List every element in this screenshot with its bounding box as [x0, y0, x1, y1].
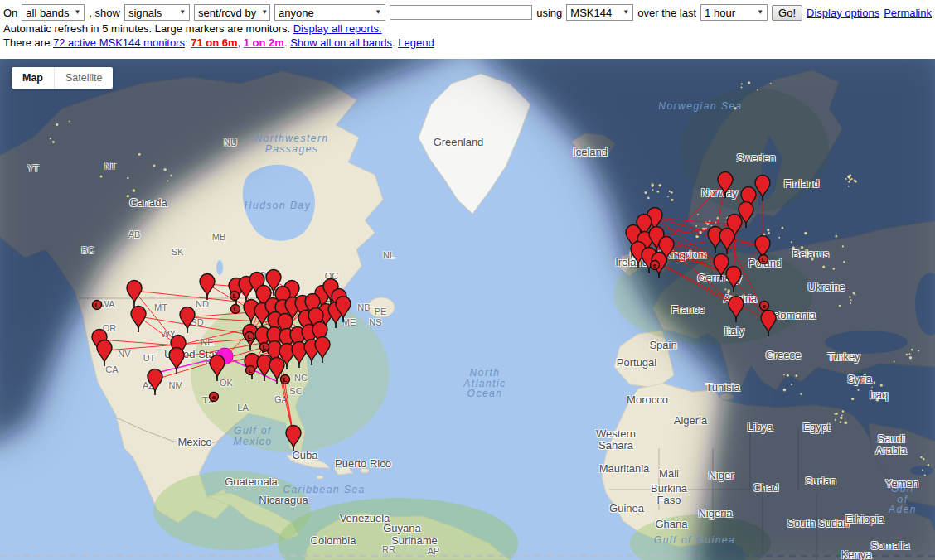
- svg-text:L: L: [233, 292, 237, 300]
- report-marker[interactable]: e: [210, 393, 219, 402]
- on-label: On: [3, 7, 17, 19]
- go-button[interactable]: Go!: [772, 5, 802, 21]
- band-select[interactable]: all bands▼: [22, 4, 85, 21]
- svg-text:L: L: [95, 302, 99, 309]
- show-label: , show: [89, 7, 120, 19]
- report-marker[interactable]: L: [281, 375, 290, 384]
- permalink-link[interactable]: Permalink: [884, 7, 932, 19]
- show-mode-select[interactable]: signals▼: [124, 4, 190, 21]
- svg-text:L: L: [234, 306, 238, 313]
- chevron-down-icon: ▼: [757, 9, 763, 16]
- mode-select[interactable]: MSK144▼: [566, 4, 633, 21]
- report-marker[interactable]: L: [230, 292, 240, 301]
- chevron-down-icon: ▼: [375, 9, 381, 16]
- timespan-select[interactable]: 1 hour▼: [700, 4, 768, 21]
- island-puerto-rico: [361, 469, 369, 473]
- show-all-bands-link[interactable]: Show all on all bands: [290, 36, 392, 49]
- svg-text:L: L: [248, 333, 252, 340]
- report-marker[interactable]: e: [651, 261, 660, 270]
- report-marker[interactable]: L: [93, 301, 102, 310]
- using-label: using: [536, 7, 562, 19]
- over-last-label: over the last: [637, 7, 696, 19]
- report-marker[interactable]: L: [231, 305, 240, 314]
- refresh-status-text: Automatic refresh in 5 minutes. Large ma…: [3, 22, 293, 35]
- report-marker[interactable]: L: [260, 343, 269, 352]
- who-value: anyone: [279, 7, 314, 19]
- satellite-view-button[interactable]: Satellite: [54, 67, 113, 89]
- display-options-link[interactable]: Display options: [807, 7, 879, 19]
- svg-text:L: L: [263, 344, 267, 351]
- map-type-control: Map Satellite: [12, 67, 113, 89]
- display-all-reports-link[interactable]: Display all reports.: [293, 22, 382, 35]
- chevron-down-icon: ▼: [261, 9, 268, 16]
- island-jamaica: [317, 476, 323, 479]
- monitors-6m-link[interactable]: 71 on 6m: [191, 36, 237, 49]
- monitors-2m-link[interactable]: 1 on 2m: [244, 36, 284, 49]
- report-marker[interactable]: e: [760, 302, 769, 311]
- band-select-value: all bands: [26, 7, 69, 19]
- toolbar: On all bands▼ , show signals▼ sent/rcvd …: [0, 0, 935, 59]
- report-marker[interactable]: L: [759, 255, 768, 264]
- timespan-value: 1 hour: [705, 7, 735, 19]
- active-monitors-link[interactable]: 72 active MSK144 monitors: [53, 36, 185, 49]
- svg-text:L: L: [283, 376, 288, 384]
- svg-text:e: e: [653, 262, 657, 269]
- chevron-down-icon: ▼: [179, 9, 186, 16]
- callsign-input[interactable]: [390, 5, 532, 20]
- svg-text:e: e: [763, 302, 767, 310]
- chevron-down-icon: ▼: [74, 9, 80, 16]
- island-newfoundland: [368, 297, 395, 317]
- mode-value: MSK144: [570, 7, 612, 19]
- report-marker[interactable]: L: [245, 332, 254, 341]
- svg-text:L: L: [249, 367, 253, 374]
- svg-text:e: e: [212, 393, 216, 401]
- who-select[interactable]: anyone▼: [274, 4, 385, 21]
- map-view-button[interactable]: Map: [12, 67, 54, 89]
- report-marker[interactable]: L: [246, 366, 255, 375]
- svg-text:L: L: [762, 256, 766, 263]
- show-mode-value: signals: [128, 7, 162, 19]
- direction-value: sent/rcvd by: [198, 7, 256, 19]
- legend-link[interactable]: Legend: [398, 36, 434, 49]
- comma: ,: [238, 36, 244, 49]
- direction-select[interactable]: sent/rcvd by▼: [194, 4, 270, 21]
- monitors-prefix: There are: [3, 36, 53, 49]
- chevron-down-icon: ▼: [623, 9, 629, 16]
- world-map[interactable]: Norwegian SeaNorthwestern PassagesHudson…: [0, 59, 935, 560]
